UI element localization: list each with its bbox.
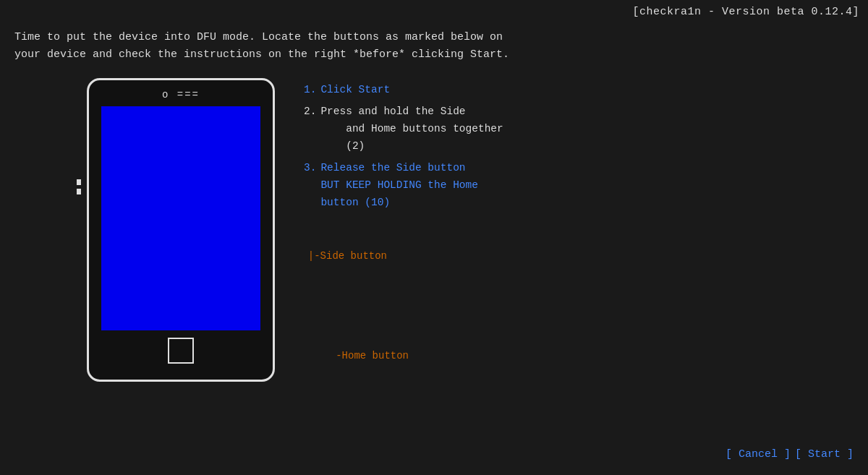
step-1: 1. Click Start [304, 82, 854, 99]
step-3-number: 3. [304, 160, 316, 212]
step-2: 2. Press and hold the Side and Home butt… [304, 103, 854, 155]
home-button-label: -Home button [336, 350, 409, 361]
step-3-text: Release the Side buttonBUT KEEP HOLDING … [320, 160, 478, 212]
side-button-label: |-Side button [308, 250, 387, 262]
phone-top-bar: o === [96, 89, 265, 100]
phone-screen [101, 106, 260, 330]
vol-down-indicator [77, 189, 81, 194]
phone-top-symbols: o === [162, 89, 200, 100]
cancel-button[interactable]: Cancel [726, 448, 791, 461]
vol-up-indicator [77, 179, 81, 185]
instructions-panel: 1. Click Start 2. Press and hold the Sid… [304, 78, 854, 215]
start-label: Start [808, 448, 841, 461]
volume-buttons [77, 179, 81, 194]
step-1-text: Click Start [320, 82, 390, 99]
intro-line2: your device and check the instructions o… [14, 46, 854, 64]
phone-frame: o === [87, 78, 275, 382]
intro-line1: Time to put the device into DFU mode. Lo… [14, 29, 854, 46]
phone-container: o === |-Side button -Home button [87, 78, 275, 382]
title-bar: [checkra1n - Version beta 0.12.4] [632, 6, 859, 18]
body-area: o === |-Side button -Home button 1. Clic… [14, 78, 854, 382]
cancel-label: Cancel [739, 448, 778, 461]
start-button[interactable]: Start [795, 448, 854, 461]
main-content: Time to put the device into DFU mode. Lo… [14, 29, 854, 382]
intro-text: Time to put the device into DFU mode. Lo… [14, 29, 854, 64]
home-button-square [168, 338, 194, 364]
title-text: [checkra1n - Version beta 0.12.4] [632, 6, 859, 18]
step-3: 3. Release the Side buttonBUT KEEP HOLDI… [304, 160, 854, 212]
phone-home-area [168, 338, 194, 364]
step-2-number: 2. [304, 103, 316, 155]
step-1-number: 1. [304, 82, 316, 99]
step-2-text: Press and hold the Side and Home buttons… [320, 103, 503, 155]
bottom-buttons: Cancel Start [726, 448, 854, 461]
